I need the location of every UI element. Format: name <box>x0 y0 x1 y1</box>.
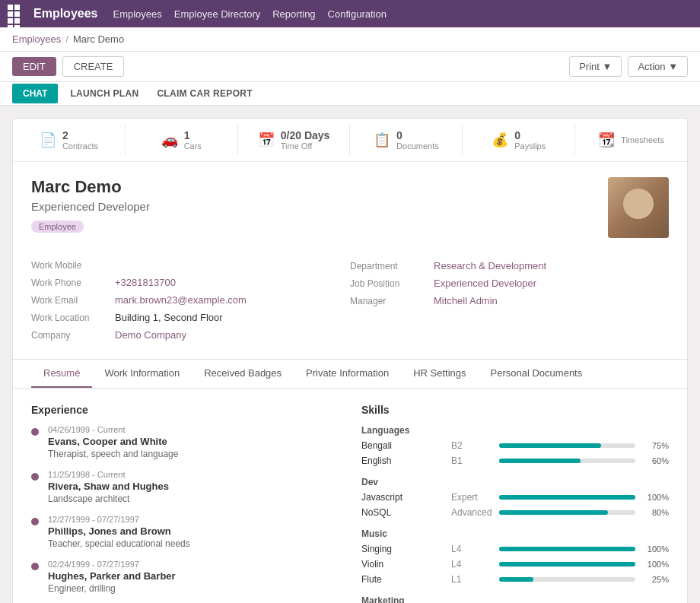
tab-resumé[interactable]: Resumé <box>31 360 92 388</box>
fields-grid: Work Mobile Work Phone +3281813700 Work … <box>13 260 687 359</box>
breadcrumb-parent[interactable]: Employees <box>12 33 61 45</box>
edit-button[interactable]: EDIT <box>12 57 56 76</box>
skill-group: Languages Bengali B2 75% English B1 60% <box>361 425 669 466</box>
tab-left-panel: Experience 04/26/1999 - Current Evans, C… <box>31 404 339 603</box>
work-phone-value[interactable]: +3281813700 <box>115 277 176 288</box>
stat-item[interactable]: 📆 Timesheets <box>575 125 687 155</box>
chat-button[interactable]: CHAT <box>12 84 58 103</box>
skill-bar-fill <box>499 459 581 463</box>
skill-row: Violin L4 100% <box>361 559 669 570</box>
main-content: 📄 2 Contracts 🚗 1 Cars 📅 0/20 Days Time … <box>0 106 700 603</box>
stat-count: 0/20 Days <box>281 129 330 141</box>
launch-plan-button[interactable]: LAUNCH PLAN <box>61 82 148 105</box>
tab-work-information[interactable]: Work Information <box>92 360 192 388</box>
work-email-label: Work Email <box>31 295 107 306</box>
breadcrumb: Employees / Marc Demo <box>0 27 700 52</box>
skill-bar-background <box>499 510 635 515</box>
skill-bar-fill <box>499 577 533 582</box>
avatar-image <box>608 177 669 238</box>
stat-count: 1 <box>184 129 202 141</box>
profile-section: Marc Demo Experienced Developer Employee <box>13 162 687 260</box>
job-position-value[interactable]: Experienced Developer <box>434 278 536 289</box>
skill-percent: 25% <box>641 575 669 584</box>
work-email-value[interactable]: mark.brown23@example.com <box>115 294 247 306</box>
manager-value[interactable]: Mitchell Admin <box>434 295 498 306</box>
stat-item[interactable]: 📅 0/20 Days Time Off <box>238 125 351 155</box>
skill-row: Javascript Expert 100% <box>361 492 669 503</box>
stat-info: 0 Documents <box>396 129 439 151</box>
exp-role: Therapist, speech and language <box>48 449 178 459</box>
field-group-left: Work Mobile Work Phone +3281813700 Work … <box>31 260 350 347</box>
tab-received-badges[interactable]: Received Badges <box>192 360 294 388</box>
company-label: Company <box>31 330 107 341</box>
stat-item[interactable]: 📋 0 Documents <box>350 125 463 155</box>
skill-bar-fill <box>499 443 601 448</box>
skill-group-title: Music <box>361 528 669 539</box>
employee-job-title: Experienced Developer <box>31 200 669 213</box>
skill-bar-background <box>499 443 635 448</box>
exp-date: 12/27/1999 - 07/27/1997 <box>48 515 190 524</box>
stat-item[interactable]: 💰 0 Payslips <box>463 125 575 155</box>
sub-nav: CHAT LAUNCH PLAN CLAIM CAR REPORT <box>0 82 700 106</box>
exp-date: 02/24/1999 - 07/27/1997 <box>48 560 176 569</box>
nav-reporting[interactable]: Reporting <box>272 8 315 20</box>
skill-name: NoSQL <box>361 507 445 518</box>
work-mobile-row: Work Mobile <box>31 260 350 271</box>
experience-title: Experience <box>31 404 339 416</box>
exp-dot <box>31 428 39 436</box>
skill-row: Singing L4 100% <box>361 544 669 554</box>
print-button[interactable]: Print ▼ <box>569 56 622 77</box>
department-row: Department Research & Development <box>350 260 669 271</box>
app-grid-icon[interactable] <box>8 5 26 23</box>
skill-bar-background <box>499 495 635 500</box>
skill-group: Music Singing L4 100% Violin L4 100% Flu… <box>361 528 669 585</box>
exp-date: 11/25/1998 - Current <box>48 470 169 479</box>
action-button[interactable]: Action ▼ <box>628 56 688 77</box>
job-position-label: Job Position <box>350 278 426 289</box>
skill-level: L4 <box>451 559 493 570</box>
skill-group: Dev Javascript Expert 100% NoSQL Advance… <box>361 477 669 518</box>
tab-right-panel: Skills Languages Bengali B2 75% English … <box>361 404 669 603</box>
skill-name: Flute <box>361 574 445 585</box>
tab-content: Experience 04/26/1999 - Current Evans, C… <box>13 389 687 603</box>
stat-info: 0 Payslips <box>514 129 546 151</box>
stat-item[interactable]: 📄 2 Contracts <box>13 125 126 155</box>
exp-details: 11/25/1998 - Current Rivera, Shaw and Hu… <box>48 470 169 504</box>
tab-private-information[interactable]: Private Information <box>294 360 401 388</box>
stat-info: 1 Cars <box>184 129 202 151</box>
stat-item[interactable]: 🚗 1 Cars <box>126 125 238 155</box>
skill-group-title: Languages <box>361 425 669 436</box>
tab-hr-settings[interactable]: HR Settings <box>401 360 478 388</box>
stat-count: 0 <box>396 129 439 141</box>
company-value[interactable]: Demo Company <box>115 329 186 341</box>
skill-level: Advanced <box>451 507 493 518</box>
nav-employees[interactable]: Employees <box>113 8 161 20</box>
tab-personal-documents[interactable]: Personal Documents <box>479 360 595 388</box>
create-button[interactable]: CREATE <box>62 56 125 77</box>
exp-dot <box>31 518 39 525</box>
skill-level: L4 <box>451 544 493 554</box>
skill-percent: 80% <box>641 508 669 517</box>
exp-company: Evans, Cooper and White <box>48 436 178 447</box>
stat-info: Timesheets <box>621 135 663 144</box>
nav-employee-directory[interactable]: Employee Directory <box>174 8 260 20</box>
skill-level: B1 <box>451 455 493 466</box>
field-group-right: Department Research & Development Job Po… <box>350 260 669 347</box>
department-value[interactable]: Research & Development <box>434 260 546 271</box>
exp-role: Landscape architect <box>48 494 169 504</box>
nav-configuration[interactable]: Configuration <box>328 8 387 20</box>
skill-bar-fill <box>499 547 635 551</box>
exp-date: 04/26/1999 - Current <box>48 425 178 434</box>
exp-details: 02/24/1999 - 07/27/1997 Hughes, Parker a… <box>48 560 176 594</box>
stat-icon: 📅 <box>258 132 275 148</box>
skills-list: Languages Bengali B2 75% English B1 60% … <box>361 425 669 603</box>
avatar <box>608 177 669 238</box>
skill-bar-background <box>499 547 635 551</box>
exp-dot <box>31 473 39 481</box>
skill-bar-background <box>499 577 635 582</box>
employee-badge: Employee <box>31 221 84 233</box>
stat-count: 2 <box>62 129 98 141</box>
work-mobile-label: Work Mobile <box>31 260 107 271</box>
skill-bar-fill <box>499 495 635 500</box>
claim-car-button[interactable]: CLAIM CAR REPORT <box>148 82 261 105</box>
